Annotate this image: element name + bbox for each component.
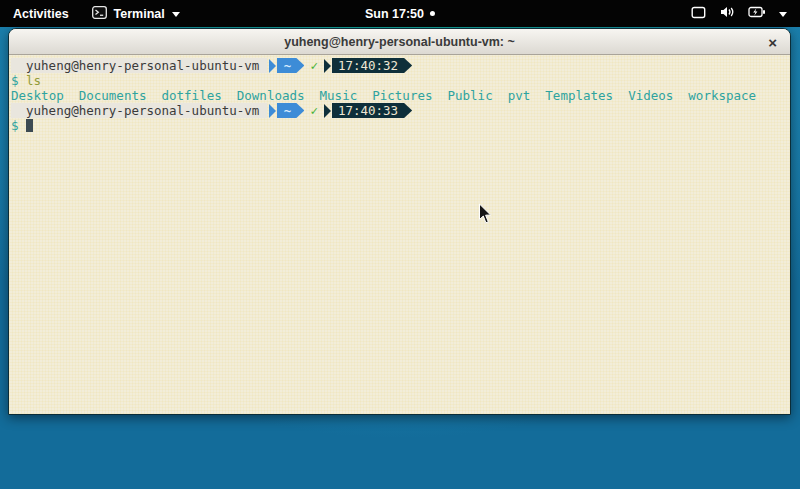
ls-output-line: Desktop Documents dotfiles Downloads Mus…: [11, 88, 790, 103]
terminal-window: yuheng@henry-personal-ubuntu-vm: ~ × yuh…: [8, 28, 791, 415]
terminal-cursor: [26, 119, 33, 132]
prompt-user-segment: yuheng@henry-personal-ubuntu-vm: [11, 58, 267, 73]
powerline-arrow-icon: [324, 59, 331, 73]
check-icon: ✓: [310, 58, 318, 73]
notification-dot: [430, 11, 435, 16]
system-tray[interactable]: [691, 0, 800, 27]
powerline-arrow-icon: [269, 59, 276, 73]
terminal-content[interactable]: yuheng@henry-personal-ubuntu-vm ~ ✓ 17:4…: [9, 55, 790, 414]
directory-name: Downloads: [237, 88, 305, 103]
directory-name: Public: [448, 88, 493, 103]
app-menu-label: Terminal: [114, 7, 165, 21]
clock-button[interactable]: Sun 17:50: [365, 0, 435, 27]
volume-icon: [719, 5, 735, 22]
directory-name: Documents: [79, 88, 147, 103]
check-icon: ✓: [310, 103, 318, 118]
terminal-command-line: $ ls: [11, 73, 790, 88]
terminal-app-icon: [92, 6, 107, 22]
powerline-arrow-icon: [269, 104, 276, 118]
window-titlebar[interactable]: yuheng@henry-personal-ubuntu-vm: ~ ×: [9, 29, 790, 55]
prompt-symbol: $: [11, 73, 19, 88]
prompt-path-segment: ~: [277, 58, 305, 73]
chevron-down-icon: [172, 12, 180, 17]
app-menu-terminal[interactable]: Terminal: [82, 0, 190, 27]
prompt-path-segment: ~: [277, 103, 305, 118]
clock-label: Sun 17:50: [365, 7, 424, 21]
directory-name: Videos: [628, 88, 673, 103]
directory-name: pvt: [508, 88, 531, 103]
desktop-background[interactable]: yuheng@henry-personal-ubuntu-vm: ~ × yuh…: [0, 27, 800, 489]
activities-button[interactable]: Activities: [0, 0, 82, 27]
terminal-prompt-line: yuheng@henry-personal-ubuntu-vm ~ ✓ 17:4…: [11, 58, 790, 73]
close-icon[interactable]: ×: [768, 34, 777, 49]
directory-name: Music: [320, 88, 358, 103]
battery-charging-icon: [748, 6, 766, 21]
directory-name: workspace: [688, 88, 756, 103]
directory-name: Pictures: [372, 88, 432, 103]
prompt-user-segment: yuheng@henry-personal-ubuntu-vm: [11, 103, 267, 118]
terminal-input-line: $: [11, 118, 790, 133]
powerline-arrow-icon: [324, 104, 331, 118]
terminal-prompt-line: yuheng@henry-personal-ubuntu-vm ~ ✓ 17:4…: [11, 103, 790, 118]
activities-label: Activities: [13, 7, 69, 21]
directory-name: Desktop: [11, 88, 64, 103]
prompt-time-segment: 17:40:33: [332, 103, 412, 118]
command-text: ls: [26, 73, 41, 88]
top-bar: Activities Terminal Sun 17:50: [0, 0, 800, 27]
prompt-symbol: $: [11, 118, 19, 133]
window-title: yuheng@henry-personal-ubuntu-vm: ~: [284, 35, 515, 49]
display-icon: [691, 6, 706, 22]
directory-name: dotfiles: [162, 88, 222, 103]
prompt-time-segment: 17:40:32: [332, 58, 412, 73]
directory-name: Templates: [545, 88, 613, 103]
chevron-down-icon: [779, 12, 787, 17]
